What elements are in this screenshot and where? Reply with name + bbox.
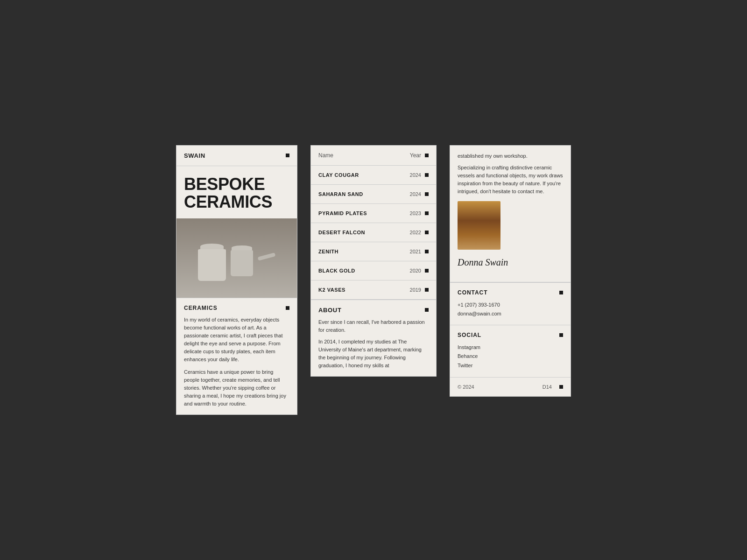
row-name-4: ZENITH — [318, 249, 402, 254]
social-header: SOCIAL — [458, 332, 563, 338]
row-name-0: CLAY COUGAR — [318, 172, 402, 178]
panel-2: Name Year CLAY COUGAR 2024 SAHARAN SAND … — [310, 145, 437, 377]
row-year-0: 2024 — [402, 172, 421, 178]
table-header: Name Year — [311, 146, 436, 166]
about-para-1: Ever since I can recall, I've harbored a… — [318, 318, 429, 334]
footer-copyright: © 2024 — [458, 384, 474, 390]
footer-code: D14 — [543, 384, 552, 390]
row-year-5: 2020 — [402, 268, 421, 273]
ceramics-para-2: Ceramics have a unique power to bring pe… — [184, 368, 289, 408]
intro-para-2: Specializing in crafting distinctive cer… — [458, 164, 563, 196]
ceramics-body: In my world of ceramics, everyday object… — [184, 316, 289, 408]
social-title: SOCIAL — [458, 332, 481, 338]
social-section: SOCIAL Instagram Behance Twitter — [450, 325, 571, 377]
row-name-5: BLACK GOLD — [318, 268, 402, 273]
table-row[interactable]: DESERT FALCON 2022 — [311, 223, 436, 242]
social-links: Instagram Behance Twitter — [458, 343, 563, 371]
social-twitter[interactable]: Twitter — [458, 361, 563, 371]
contact-header: CONTACT — [458, 289, 563, 296]
about-body: Ever since I can recall, I've harbored a… — [318, 318, 429, 370]
row-icon-5[interactable] — [425, 269, 429, 273]
hero-image — [176, 218, 297, 298]
row-name-3: DESERT FALCON — [318, 230, 402, 235]
row-icon-6[interactable] — [425, 288, 429, 292]
social-behance[interactable]: Behance — [458, 352, 563, 361]
social-icon[interactable] — [559, 333, 563, 337]
col-year-label: Year — [398, 152, 421, 159]
about-icon[interactable] — [425, 308, 429, 312]
contact-email: donna@swain.com — [458, 309, 563, 318]
table-row[interactable]: SAHARAN SAND 2024 — [311, 185, 436, 204]
row-year-3: 2022 — [402, 230, 421, 235]
row-icon-3[interactable] — [425, 231, 429, 234]
ceramics-section-header: CERAMICS — [184, 305, 289, 311]
panel-3-intro: established my own workshop. Specializin… — [450, 146, 571, 282]
footer-bar: © 2024 D14 — [450, 377, 571, 396]
about-para-2: In 2014, I completed my studies at The U… — [318, 338, 429, 370]
row-icon-4[interactable] — [425, 250, 429, 253]
row-icon-2[interactable] — [425, 211, 429, 215]
panel-1-header: SWAIN — [176, 146, 297, 166]
social-instagram[interactable]: Instagram — [458, 343, 563, 352]
ceramics-visual — [176, 218, 297, 298]
contact-title: CONTACT — [458, 289, 488, 296]
artist-signature: Donna Swain — [458, 252, 563, 275]
about-section: ABOUT Ever since I can recall, I've harb… — [311, 300, 436, 376]
row-year-1: 2024 — [402, 191, 421, 197]
col-name-label: Name — [318, 152, 398, 159]
table-header-icon[interactable] — [425, 154, 429, 157]
ceramics-section: CERAMICS In my world of ceramics, everyd… — [176, 298, 297, 415]
row-name-6: K2 VASES — [318, 287, 402, 293]
hero-title: BESPOKECERAMICS — [176, 166, 297, 218]
ceramics-para-1: In my world of ceramics, everyday object… — [184, 316, 289, 364]
contact-phone: +1 (207) 393-1670 — [458, 301, 563, 309]
intro-para-1: established my own workshop. — [458, 152, 563, 160]
table-row[interactable]: K2 VASES 2019 — [311, 280, 436, 300]
menu-icon[interactable] — [286, 154, 289, 157]
contact-section: CONTACT +1 (207) 393-1670 donna@swain.co… — [450, 282, 571, 324]
about-title: ABOUT — [318, 307, 341, 314]
table-row[interactable]: BLACK GOLD 2020 — [311, 261, 436, 280]
panel-3: established my own workshop. Specializin… — [450, 145, 571, 397]
row-icon-0[interactable] — [425, 173, 429, 177]
panels-container: SWAIN BESPOKECERAMICS — [157, 126, 590, 434]
ceramics-icon[interactable] — [286, 306, 289, 310]
ceramics-title: CERAMICS — [184, 305, 218, 311]
table-row[interactable]: CLAY COUGAR 2024 — [311, 166, 436, 185]
about-header: ABOUT — [318, 307, 429, 314]
table-row[interactable]: PYRAMID PLATES 2023 — [311, 204, 436, 223]
brand-name: SWAIN — [184, 152, 205, 159]
row-year-2: 2023 — [402, 210, 421, 216]
footer-icon[interactable] — [559, 385, 563, 389]
row-name-1: SAHARAN SAND — [318, 191, 402, 197]
row-name-2: PYRAMID PLATES — [318, 210, 402, 216]
contact-icon[interactable] — [559, 291, 563, 294]
panel-1: SWAIN BESPOKECERAMICS — [176, 145, 297, 415]
artist-photo — [458, 201, 500, 250]
row-year-4: 2021 — [402, 249, 421, 254]
table-row[interactable]: ZENITH 2021 — [311, 242, 436, 261]
row-year-6: 2019 — [402, 287, 421, 293]
row-icon-1[interactable] — [425, 192, 429, 196]
